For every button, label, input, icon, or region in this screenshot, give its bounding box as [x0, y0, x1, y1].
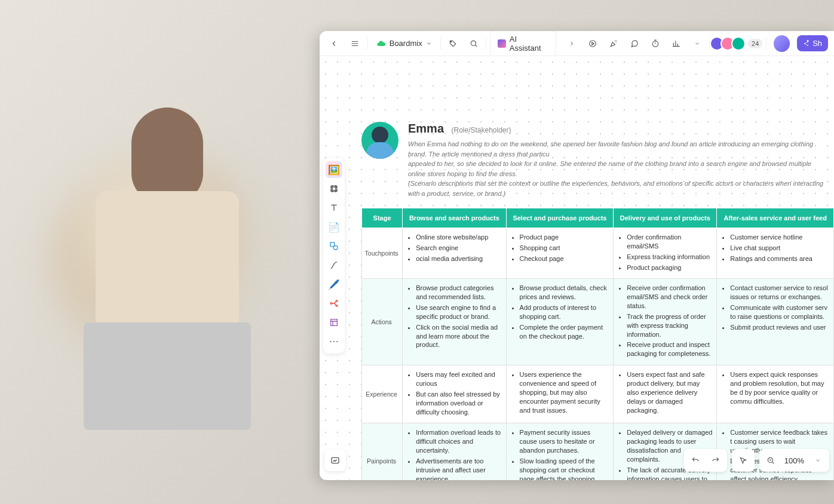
journey-item: Browse product details, check prices and… — [520, 284, 610, 302]
svg-point-0 — [451, 41, 452, 42]
play-expand-button[interactable] — [563, 35, 581, 53]
timer-button[interactable] — [646, 35, 664, 53]
collaborator-avatars[interactable]: 24 — [713, 36, 762, 51]
celebrate-button[interactable] — [605, 35, 623, 53]
svg-point-1 — [471, 41, 476, 45]
svg-point-2 — [590, 40, 596, 47]
template-tool[interactable] — [326, 314, 342, 331]
persona-avatar — [361, 122, 398, 159]
journey-item: Shopping cart — [520, 244, 610, 253]
collaborator-count: 24 — [748, 39, 762, 48]
share-label: Sh — [812, 39, 822, 48]
journey-item: But can also feel stressed by informatio… — [416, 390, 502, 417]
journey-item: Product packaging — [627, 263, 713, 272]
journey-item: Contact customer service to resol issues… — [730, 284, 830, 302]
journey-item: Communicate with customer serv to raise … — [730, 303, 830, 321]
svg-point-11 — [336, 300, 338, 302]
sticky-note-tool[interactable]: 📄 — [326, 219, 342, 235]
journey-item: Information overload leads to difficult … — [416, 428, 502, 455]
journey-row-label: Actions — [362, 279, 403, 365]
svg-rect-13 — [331, 319, 338, 326]
pen-tool[interactable]: 🖊️ — [326, 276, 342, 293]
svg-rect-8 — [330, 242, 335, 247]
shape-tool[interactable] — [326, 238, 342, 254]
tag-button[interactable] — [444, 35, 462, 53]
journey-item: Advertisements are too intrusive and aff… — [416, 457, 502, 480]
share-button[interactable]: Sh — [797, 35, 828, 51]
persona-role: (Role/Stakeholder) — [451, 126, 511, 134]
journey-cell: Browse product details, check prices and… — [506, 279, 614, 365]
journey-row-label: Painpoints — [362, 423, 403, 480]
journey-item: Browse product categories and recommende… — [416, 284, 502, 302]
svg-point-6 — [807, 45, 808, 46]
journey-header: After-sales service and user feed — [717, 208, 834, 228]
journey-item: Order confirmation email/SMS — [627, 233, 713, 251]
share-icon — [803, 40, 810, 47]
redo-button[interactable] — [707, 451, 725, 469]
present-button[interactable] — [584, 35, 602, 53]
journey-item: Ratings and comments area — [730, 254, 830, 263]
persona-card: Emma (Role/Stakeholder) When Emma had no… — [361, 122, 834, 480]
svg-point-5 — [807, 41, 808, 42]
menu-button[interactable] — [347, 35, 364, 53]
canvas[interactable]: 🖼️ 📄 🖊️ Emma (Role/Stakeholder) When Emm… — [320, 56, 834, 480]
journey-item: Submit product reviews and user — [730, 323, 830, 332]
journey-item: Users may feel excited and curious — [416, 370, 502, 388]
search-button[interactable] — [465, 35, 482, 53]
zoom-level[interactable]: 100% — [782, 456, 807, 465]
top-toolbar: Boardmix AI Assistant 24 Sh — [320, 31, 834, 56]
more-tools-button[interactable] — [688, 35, 706, 53]
journey-cell: Browse product categories and recommende… — [403, 279, 506, 365]
svg-point-14 — [330, 341, 332, 342]
cursor-mode-button[interactable] — [734, 451, 752, 469]
file-name: Boardmix — [390, 39, 422, 48]
journey-header: Delivery and use of products — [614, 208, 717, 228]
journey-item: Slow loading speed of the shopping cart … — [520, 457, 610, 480]
current-user-avatar[interactable] — [774, 35, 790, 52]
journey-cell: Product pageShopping cartCheckout page — [506, 228, 614, 279]
journey-item: Users expect fast and safe product deliv… — [627, 370, 713, 414]
svg-point-4 — [804, 43, 805, 44]
journey-item: Track the progress of order with express… — [627, 312, 713, 339]
journey-header: Browse and search products — [403, 208, 506, 228]
connector-tool[interactable] — [326, 257, 342, 273]
journey-cell: Contact customer service to resol issues… — [717, 279, 834, 365]
mindmap-tool[interactable] — [326, 295, 342, 312]
journey-cell: Information overload leads to difficult … — [403, 423, 506, 480]
left-toolbar: 🖼️ 📄 🖊️ — [323, 158, 345, 354]
file-name-chip[interactable]: Boardmix — [372, 36, 437, 51]
zoom-out-button[interactable] — [762, 451, 780, 469]
select-tool[interactable]: 🖼️ — [326, 161, 342, 178]
svg-point-15 — [333, 341, 335, 342]
app-window: Boardmix AI Assistant 24 Sh — [320, 31, 834, 480]
text-tool[interactable] — [326, 199, 342, 216]
chart-button[interactable] — [667, 35, 685, 53]
more-tools[interactable] — [326, 333, 342, 350]
svg-point-16 — [336, 341, 338, 342]
journey-item: Users expect quick responses and problem… — [730, 370, 830, 405]
back-button[interactable] — [326, 35, 343, 53]
journey-item: ocial media advertising — [416, 254, 502, 263]
comment-button[interactable] — [626, 35, 643, 53]
journey-cell: Users experience the convenience and spe… — [506, 365, 614, 423]
journey-cell: Order confirmation email/SMSExpress trac… — [614, 228, 717, 279]
journey-item: Receive product and inspect packaging fo… — [627, 340, 713, 358]
journey-item: Product page — [520, 233, 610, 242]
journey-item: Online store website/app — [416, 233, 502, 242]
persona-description: When Emma had nothing to do on the weeke… — [408, 139, 828, 198]
minimap-button[interactable] — [324, 450, 346, 471]
avatar — [731, 36, 746, 51]
undo-button[interactable] — [686, 451, 704, 469]
journey-map-table: StageBrowse and search productsSelect an… — [361, 208, 834, 480]
journey-cell: Customer service hotlineLive chat suppor… — [717, 228, 834, 279]
ai-assistant-button[interactable]: AI Assistant — [490, 31, 556, 57]
journey-item: Live chat support — [730, 244, 830, 253]
zoom-dropdown[interactable] — [809, 451, 827, 469]
journey-row-label: Experience — [362, 365, 403, 423]
journey-row-label: Touchpoints — [362, 228, 403, 279]
ai-assistant-label: AI Assistant — [510, 35, 548, 53]
frame-tool[interactable] — [326, 180, 342, 197]
journey-item: Express tracking information — [627, 253, 713, 262]
journey-item: Search engine — [416, 244, 502, 253]
svg-point-9 — [333, 245, 338, 250]
